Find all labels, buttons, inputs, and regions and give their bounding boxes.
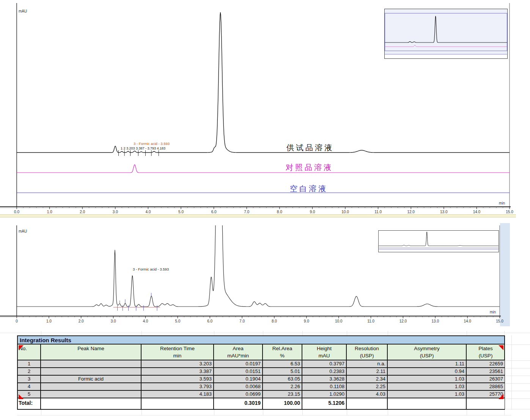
svg-text:9.0: 9.0 (310, 210, 315, 214)
cell: 1.03 (388, 383, 467, 391)
spreadsheet-gridline (506, 368, 530, 368)
x-axis-unit-label: min (499, 201, 505, 205)
cell: 0.0151 (214, 368, 263, 376)
cell: 3 (18, 376, 41, 383)
cell: 1.11 (388, 360, 467, 368)
retention-labels-cluster: 1 2 3.203 3.387 - 3.793 4.183 (121, 147, 165, 151)
spreadsheet-gridline (142, 331, 142, 335)
table-total-row: Total:0.3019100.005.1206 (18, 398, 504, 409)
spreadsheet-gridline (467, 410, 467, 415)
cell: 26307 (467, 376, 505, 383)
svg-text:2.0: 2.0 (80, 210, 85, 214)
cell: 23561 (467, 368, 505, 376)
sample-trace-label: 供试品溶液 (286, 143, 334, 152)
spreadsheet-gridline (302, 410, 303, 415)
column-header-peak-name: Peak Name (41, 344, 142, 360)
svg-text:0.0: 0.0 (14, 210, 19, 214)
cell: 0.0197 (214, 360, 263, 368)
cell: 6.53 (263, 360, 302, 368)
formic-acid-peak-label: 3 - Formic acid - 3.593 (134, 142, 170, 146)
blank-trace-label: 空白溶液 (290, 184, 328, 193)
svg-text:11.0: 11.0 (374, 210, 382, 214)
column-header-asymmetry: Asymmetry(USP) (388, 344, 467, 360)
column-header-retention-time: Retention Timemin (142, 344, 214, 360)
svg-text:3.0: 3.0 (111, 319, 116, 323)
spreadsheet-gridline (504, 410, 505, 415)
table-row: 23.3870.01515.010.23832.110.9423561 (18, 368, 504, 376)
x-axis-unit-label: min (490, 310, 496, 314)
column-header-height: HeightmAU (302, 344, 347, 360)
svg-text:9.0: 9.0 (304, 319, 309, 323)
cell: 2 (18, 368, 41, 376)
svg-text:0: 0 (16, 319, 18, 323)
total-cell (41, 398, 142, 409)
spreadsheet-gridline (214, 331, 214, 335)
total-cell: 0.3019 (214, 398, 263, 409)
table-row: 13.2030.01976.530.3797n.a.1.1122659 (18, 360, 504, 368)
svg-text:10.0: 10.0 (341, 210, 349, 214)
cell (41, 391, 142, 398)
spreadsheet-gridline (263, 410, 263, 415)
cell: 28865 (467, 383, 505, 391)
total-cell (467, 398, 505, 409)
cell: 0.1904 (214, 376, 263, 383)
cell: 0.1108 (302, 383, 347, 391)
y-axis-unit-label: mAU (19, 229, 27, 233)
svg-text:6.0: 6.0 (211, 210, 217, 214)
svg-text:15.0: 15.0 (496, 319, 503, 323)
cell: 1 (18, 360, 41, 368)
overview-inset-zoomed (378, 230, 499, 252)
svg-text:2.0: 2.0 (79, 319, 84, 323)
column-header-resolution: Resolution(USP) (347, 344, 388, 360)
svg-text:15.0: 15.0 (506, 210, 513, 214)
cell: 2.11 (347, 368, 388, 376)
y-axis-unit-label: mAU (19, 9, 27, 13)
table-row: 54.1830.069923.151.02904.031.0325770 (18, 391, 504, 398)
cell: 22659 (467, 360, 505, 368)
cell: 2.25 (347, 383, 388, 391)
overview-inset-top (384, 9, 508, 59)
column-header-area: AreamAU*min (214, 344, 263, 360)
chromatogram-report-page: 0.01.02.03.04.05.06.07.08.09.010.011.012… (0, 0, 530, 420)
reference-trace-label: 对照品溶液 (286, 163, 333, 171)
table-row: 3Formic acid3.5930.190463.053.36282.341.… (18, 376, 504, 383)
spreadsheet-gridline (506, 376, 530, 376)
total-cell (142, 398, 214, 409)
spreadsheet-gridline (388, 331, 388, 335)
cell: 2.34 (347, 376, 388, 383)
svg-text:13.0: 13.0 (432, 319, 439, 323)
cell: 2.26 (263, 383, 302, 391)
spreadsheet-gridline (302, 331, 303, 335)
total-cell (388, 398, 467, 409)
total-cell: Total: (18, 398, 41, 409)
svg-text:14.0: 14.0 (473, 210, 481, 214)
cell: 1.03 (388, 391, 467, 398)
cell: 0.0068 (214, 383, 263, 391)
svg-text:12.0: 12.0 (399, 319, 407, 323)
spreadsheet-gridline (504, 331, 505, 335)
spreadsheet-gridline (0, 333, 530, 333)
table-body: 13.2030.01976.530.3797n.a.1.112265923.38… (18, 360, 504, 409)
cell: 0.2383 (302, 368, 347, 376)
cell: 3.593 (142, 376, 214, 383)
svg-text:1.0: 1.0 (47, 210, 52, 214)
cell: 63.05 (263, 376, 302, 383)
cell: 4.183 (142, 391, 214, 398)
spreadsheet-gridline (347, 331, 347, 335)
svg-text:5.0: 5.0 (178, 210, 184, 214)
total-cell: 100.00 (263, 398, 302, 409)
svg-text:1.0: 1.0 (46, 319, 52, 323)
column-header-plates: Plates(USP) (467, 344, 505, 360)
column-header-rel-area: Rel.Area% (263, 344, 302, 360)
cell: 3.3628 (302, 376, 347, 383)
spreadsheet-gridline (17, 415, 511, 415)
cell: 25770 (467, 391, 505, 398)
spreadsheet-gridline (388, 410, 388, 415)
cell: 1.03 (388, 376, 467, 383)
svg-text:7.0: 7.0 (239, 319, 245, 323)
spreadsheet-gridline (506, 391, 530, 391)
cell: 4 (18, 383, 41, 391)
spreadsheet-gridline (506, 344, 530, 345)
cell: 1.0290 (302, 391, 347, 398)
svg-text:8.0: 8.0 (272, 319, 277, 323)
